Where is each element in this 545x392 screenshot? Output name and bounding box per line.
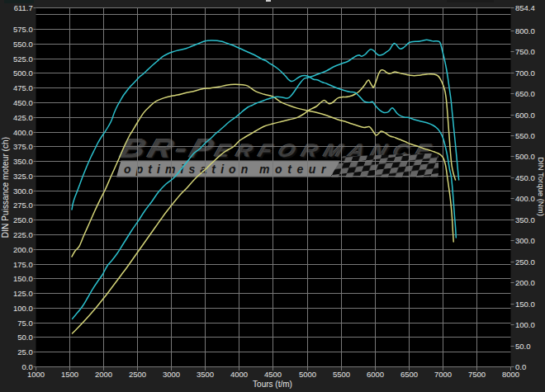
svg-text:550.0: 550.0 [13, 40, 33, 49]
svg-text:854.4: 854.4 [515, 3, 535, 12]
svg-text:4500: 4500 [264, 370, 282, 379]
svg-text:300.0: 300.0 [13, 187, 33, 196]
svg-text:6000: 6000 [367, 370, 384, 379]
svg-text:3500: 3500 [197, 370, 214, 379]
svg-text:150.0: 150.0 [515, 300, 535, 309]
svg-text:2000: 2000 [95, 370, 112, 379]
svg-text:100.0: 100.0 [13, 304, 33, 313]
svg-text:1000: 1000 [27, 370, 45, 379]
svg-text:Tours (t/m): Tours (t/m) [253, 380, 292, 389]
svg-text:50.0: 50.0 [515, 342, 531, 351]
svg-text:6500: 6500 [400, 370, 418, 379]
svg-text:200.0: 200.0 [13, 245, 33, 254]
svg-text:4000: 4000 [230, 370, 248, 379]
svg-text:100.0: 100.0 [515, 320, 535, 329]
svg-text:450.0: 450.0 [13, 98, 33, 107]
svg-text:450.0: 450.0 [515, 173, 535, 182]
svg-text:800.0: 800.0 [515, 26, 535, 35]
svg-text:50.0: 50.0 [17, 333, 33, 342]
svg-text:325.0: 325.0 [13, 172, 33, 181]
svg-text:500.0: 500.0 [515, 152, 535, 161]
svg-text:550.0: 550.0 [515, 131, 535, 140]
svg-text:375.0: 375.0 [13, 142, 33, 151]
svg-text:300.0: 300.0 [515, 236, 535, 245]
svg-text:350.0: 350.0 [13, 157, 33, 166]
svg-text:moteur: moteur [259, 163, 331, 176]
svg-text:150.0: 150.0 [13, 274, 33, 283]
svg-text:7000: 7000 [434, 370, 452, 379]
svg-text:2500: 2500 [129, 370, 146, 379]
svg-text:750.0: 750.0 [515, 47, 535, 56]
svg-text:5500: 5500 [333, 370, 350, 379]
svg-text:25.0: 25.0 [17, 347, 33, 357]
svg-text:400.0: 400.0 [13, 128, 33, 137]
svg-text:8000: 8000 [502, 370, 519, 379]
svg-text:7500: 7500 [468, 370, 486, 379]
svg-text:1500: 1500 [61, 370, 78, 379]
svg-text:275.0: 275.0 [13, 201, 33, 210]
svg-text:125.0: 125.0 [13, 289, 33, 298]
svg-text:3000: 3000 [163, 370, 180, 379]
svg-text:650.0: 650.0 [515, 89, 535, 98]
svg-text:250.0: 250.0 [515, 257, 535, 267]
svg-text:225.0: 225.0 [13, 230, 33, 239]
svg-text:175.0: 175.0 [13, 260, 33, 269]
svg-text:DIN Torque (Nm): DIN Torque (Nm) [537, 157, 545, 216]
svg-text:700.0: 700.0 [515, 68, 535, 78]
svg-text:200.0: 200.0 [515, 278, 535, 287]
svg-text:575.0: 575.0 [13, 25, 33, 34]
svg-text:425.0: 425.0 [13, 113, 33, 122]
svg-text:525.0: 525.0 [13, 54, 33, 64]
svg-text:350.0: 350.0 [515, 215, 535, 224]
svg-text:DIN Puissance moteur (ch): DIN Puissance moteur (ch) [1, 137, 10, 238]
svg-text:5000: 5000 [299, 370, 316, 379]
svg-text:400.0: 400.0 [515, 194, 535, 203]
svg-text:optimisation: optimisation [124, 163, 253, 176]
svg-text:500.0: 500.0 [13, 68, 33, 78]
svg-text:250.0: 250.0 [13, 215, 33, 224]
svg-text:611.7: 611.7 [14, 3, 33, 12]
svg-text:475.0: 475.0 [13, 83, 33, 92]
svg-text:600.0: 600.0 [515, 111, 535, 120]
svg-text:75.0: 75.0 [17, 319, 33, 328]
